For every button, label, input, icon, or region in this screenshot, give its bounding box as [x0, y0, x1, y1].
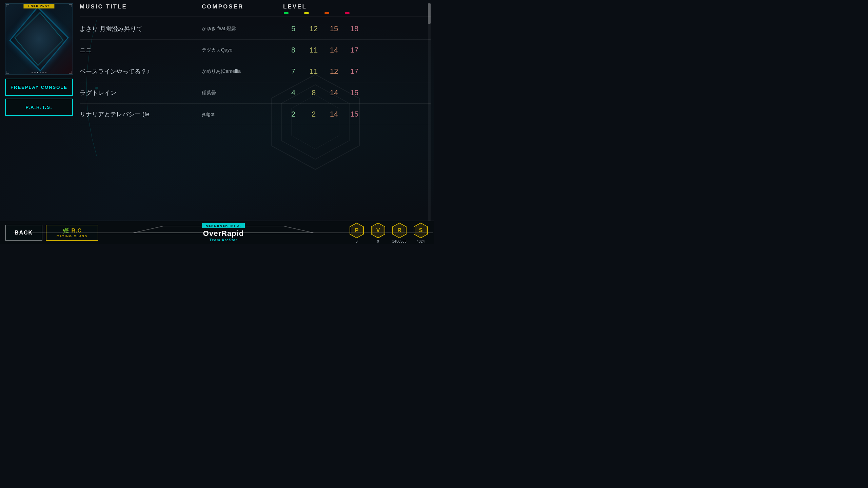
- renderer-team: Team ArcStar: [210, 238, 237, 242]
- level-number: 17: [344, 46, 364, 55]
- song-title: リナリアとテレパシー (fe: [80, 110, 202, 118]
- level-dot-hard: [324, 12, 329, 14]
- parts-button[interactable]: P.A.R.T.S.: [5, 99, 73, 116]
- freeplay-console-button[interactable]: FREEPLAY CONSOLE: [5, 79, 73, 96]
- dot: [45, 72, 46, 73]
- song-composer: 稲葉曇: [202, 90, 283, 96]
- freeplay-badge: FREE PLAY: [23, 3, 54, 8]
- scrollbar-track[interactable]: [428, 3, 431, 221]
- badge-letter: P: [355, 227, 359, 233]
- bottom-bar: BACK 🌿 R.C RATING CLASS RENDERER INFO. O…: [0, 221, 434, 244]
- score-badges: P0V0R1480368S4024: [349, 222, 429, 243]
- corner-tr: [69, 4, 72, 7]
- song-levels: 5121518: [283, 24, 431, 33]
- badge-value: 4024: [417, 240, 425, 243]
- level-number: 8: [283, 46, 303, 55]
- level-number: 11: [303, 67, 324, 76]
- level-number: 14: [324, 110, 344, 119]
- music-title-header: MUSIC TITLE: [80, 3, 202, 10]
- artwork-container: FREE PLAY: [5, 3, 73, 75]
- rating-class-label: RATING CLASS: [57, 235, 87, 238]
- level-number: 15: [344, 110, 364, 119]
- level-number: 7: [283, 67, 303, 76]
- level-number: 4: [283, 88, 303, 97]
- badge-value: 0: [377, 240, 379, 243]
- level-number: 14: [324, 46, 344, 55]
- level-number: 15: [344, 88, 364, 97]
- dot: [34, 72, 36, 73]
- corner-bl: [6, 71, 9, 74]
- song-composer: かめりあ(Camellia: [202, 68, 283, 75]
- level-number: 2: [283, 110, 303, 119]
- song-levels: 7111217: [283, 67, 431, 76]
- song-levels: 481415: [283, 88, 431, 97]
- song-row[interactable]: ラグトレイン稲葉曇481415: [80, 82, 431, 104]
- level-number: 18: [344, 24, 364, 33]
- column-headers: MUSIC TITLE COMPOSER LEVEL: [80, 3, 431, 17]
- badge-hexagon: S: [413, 222, 429, 239]
- song-row[interactable]: よさり 月蛍澄み昇りてかゆき feat.燈露5121518: [80, 18, 431, 40]
- level-dot-normal: [304, 12, 309, 14]
- song-levels: 8111417: [283, 46, 431, 55]
- level-number: 14: [324, 88, 344, 97]
- badge-letter: V: [376, 227, 380, 233]
- dot: [42, 72, 44, 73]
- song-composer: かゆき feat.燈露: [202, 26, 283, 32]
- badge-hexagon: V: [370, 222, 386, 239]
- level-header-text: LEVEL: [283, 3, 307, 10]
- dot: [40, 72, 41, 73]
- composer-header: COMPOSER: [202, 3, 283, 10]
- song-rows-container: よさり 月蛍澄み昇りてかゆき feat.燈露5121518ニニテヅカ x Qay…: [80, 18, 431, 125]
- level-dot-easy: [284, 12, 289, 14]
- level-number: 15: [324, 24, 344, 33]
- level-number: 2: [303, 110, 324, 119]
- level-number: 12: [303, 24, 324, 33]
- renderer-name: OverRapid: [203, 229, 244, 238]
- level-dot-extreme: [345, 12, 350, 14]
- badge-hexagon: P: [349, 222, 365, 239]
- level-indicators: [283, 12, 431, 14]
- badge-letter: R: [397, 227, 401, 233]
- level-number: 17: [344, 67, 364, 76]
- artwork-dots: [32, 72, 46, 73]
- corner-br: [69, 71, 72, 74]
- song-composer: テヅカ x Qayo: [202, 47, 283, 53]
- rating-class-button[interactable]: 🌿 R.C RATING CLASS: [46, 225, 98, 241]
- left-panel: FREE PLAY FREEPLAY CONSOLE P.A.R.T.S.: [5, 3, 75, 116]
- back-button[interactable]: BACK: [5, 225, 42, 241]
- rating-class-icon: 🌿 R.C: [62, 227, 82, 234]
- badge-value: 1480368: [392, 240, 407, 243]
- artwork-shape: [9, 6, 69, 72]
- level-number: 5: [283, 24, 303, 33]
- renderer-badge: RENDERER INFO.: [202, 223, 244, 228]
- score-badge: V0: [370, 222, 386, 243]
- song-row[interactable]: ニニテヅカ x Qayo8111417: [80, 40, 431, 61]
- badge-letter: S: [419, 227, 423, 233]
- song-title: よさり 月蛍澄み昇りて: [80, 25, 202, 33]
- level-number: 8: [303, 88, 324, 97]
- corner-tl: [6, 4, 9, 7]
- song-row[interactable]: リナリアとテレパシー (feyuigot221415: [80, 104, 431, 125]
- score-badge: R1480368: [391, 222, 408, 243]
- score-badge: P0: [349, 222, 365, 243]
- level-header: LEVEL: [283, 3, 431, 14]
- song-levels: 221415: [283, 110, 431, 119]
- level-number: 12: [324, 67, 344, 76]
- level-number: 11: [303, 46, 324, 55]
- center-info: RENDERER INFO. OverRapid Team ArcStar: [98, 223, 349, 242]
- song-title: ベースラインやってる？♪: [80, 67, 202, 76]
- badge-value: 0: [356, 240, 358, 243]
- dot: [32, 72, 33, 73]
- badge-hexagon: R: [391, 222, 408, 239]
- song-composer: yuigot: [202, 111, 283, 117]
- song-title: ニニ: [80, 46, 202, 54]
- scrollbar-thumb[interactable]: [428, 3, 431, 24]
- dot: [37, 72, 38, 73]
- song-list-panel: MUSIC TITLE COMPOSER LEVEL よさり 月蛍澄み昇りてかゆ…: [80, 3, 431, 221]
- song-row[interactable]: ベースラインやってる？♪かめりあ(Camellia7111217: [80, 61, 431, 82]
- artwork-inner: [5, 4, 73, 74]
- score-badge: S4024: [413, 222, 429, 243]
- song-title: ラグトレイン: [80, 89, 202, 97]
